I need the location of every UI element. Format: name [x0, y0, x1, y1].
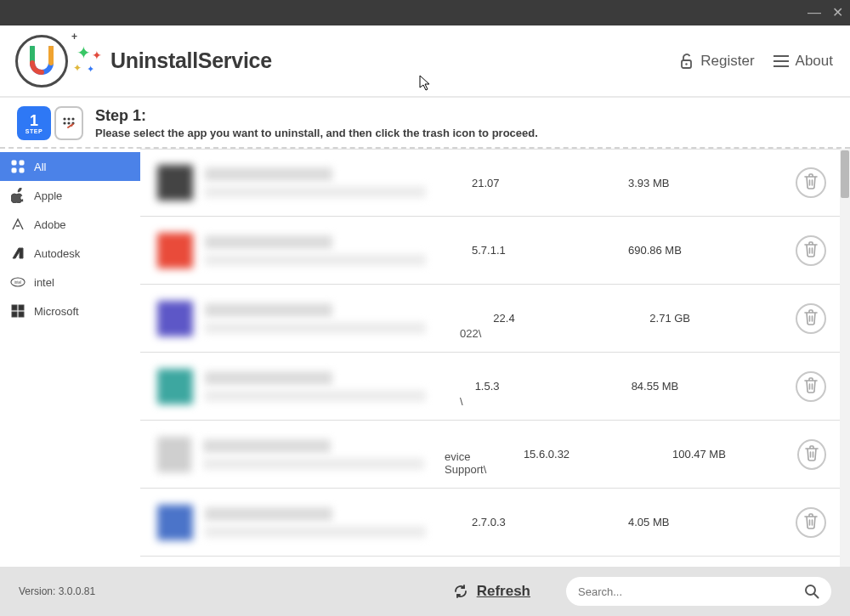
- refresh-label: Refresh: [477, 583, 530, 600]
- app-row[interactable]: 2.7.0.34.05 MB: [140, 489, 850, 557]
- sidebar-item-label: All: [34, 161, 46, 173]
- intel-icon: intel: [10, 274, 26, 290]
- menu-icon: [774, 55, 789, 67]
- svg-rect-9: [20, 161, 24, 165]
- search-box[interactable]: [566, 577, 831, 606]
- sidebar-item-label: intel: [34, 276, 54, 289]
- app-version: 5.7.1.1: [472, 244, 616, 257]
- app-row[interactable]: \1.5.384.55 MB: [140, 353, 850, 421]
- app-path-tail: 022\: [460, 327, 481, 340]
- search-icon: [804, 584, 819, 599]
- version-text: Version: 3.0.0.81: [19, 585, 95, 597]
- svg-point-3: [67, 117, 70, 120]
- search-input[interactable]: [578, 585, 796, 598]
- app-size: 3.93 MB: [628, 177, 747, 189]
- app-version: 22.4: [493, 312, 638, 325]
- app-size: 100.47 MB: [672, 448, 785, 461]
- svg-rect-14: [12, 305, 17, 310]
- svg-rect-8: [12, 161, 16, 165]
- scrollbar-thumb[interactable]: [841, 150, 849, 198]
- trash-icon: [803, 308, 819, 329]
- app-meta: [205, 507, 460, 538]
- app-meta: [205, 371, 460, 402]
- app-row[interactable]: 022\22.42.71 GB: [140, 285, 850, 353]
- sparkle-icon: ✦ ✦ ✦ ✦: [76, 44, 102, 78]
- uninstall-button[interactable]: [796, 235, 826, 266]
- svg-rect-15: [19, 305, 24, 310]
- footer: Version: 3.0.0.81 Refresh: [0, 567, 850, 616]
- app-title: UninstallService: [110, 48, 272, 73]
- sidebar-item-adobe[interactable]: Adobe: [0, 210, 140, 239]
- svg-rect-16: [12, 312, 17, 317]
- register-button[interactable]: Register: [679, 53, 754, 70]
- sidebar-item-apple[interactable]: Apple: [0, 181, 140, 210]
- app-row[interactable]: 5.7.1.1690.86 MB: [140, 217, 850, 285]
- uninstall-button[interactable]: [796, 167, 826, 198]
- step-description: Please select the app you want to uninst…: [95, 127, 538, 139]
- app-meta: [205, 167, 460, 198]
- app-meta: [205, 235, 460, 266]
- app-version: 21.07: [472, 177, 616, 189]
- about-label: About: [796, 53, 833, 70]
- svg-point-6: [67, 122, 70, 124]
- scrollbar[interactable]: [840, 149, 850, 567]
- app-path-tail: \: [460, 395, 463, 408]
- svg-rect-11: [20, 168, 24, 172]
- grid-icon: [10, 159, 26, 174]
- svg-point-2: [63, 117, 65, 120]
- autodesk-icon: [10, 246, 26, 261]
- app-size: 690.86 MB: [628, 244, 747, 257]
- apple-icon: [10, 188, 26, 203]
- svg-point-1: [686, 63, 688, 65]
- sidebar: All Apple Adobe Autodesk: [0, 149, 140, 567]
- trash-icon: [803, 512, 819, 533]
- sidebar-item-label: Autodesk: [34, 247, 80, 260]
- step-title: Step 1:: [95, 107, 538, 125]
- app-size: 84.55 MB: [632, 380, 751, 393]
- uninstall-button[interactable]: [796, 371, 826, 402]
- uninstall-button[interactable]: [796, 303, 826, 334]
- step-alt-icon: [54, 106, 83, 140]
- app-version: 2.7.0.3: [472, 516, 616, 528]
- step-badge-icon: 1 STEP: [17, 106, 51, 140]
- main-body: All Apple Adobe Autodesk: [0, 149, 850, 567]
- app-logo: + ✦ ✦ ✦ ✦ UninstallService: [15, 35, 272, 88]
- about-button[interactable]: About: [774, 53, 833, 70]
- app-thumbnail: [157, 437, 191, 472]
- uninstall-button[interactable]: [796, 507, 826, 538]
- sidebar-item-microsoft[interactable]: Microsoft: [0, 297, 140, 325]
- app-size: 4.05 MB: [628, 516, 747, 528]
- app-row[interactable]: 21.073.93 MB: [140, 149, 850, 217]
- close-button[interactable]: ✕: [832, 6, 843, 20]
- sidebar-item-autodesk[interactable]: Autodesk: [0, 239, 140, 268]
- app-size: 2.71 GB: [649, 312, 768, 325]
- refresh-button[interactable]: Refresh: [453, 583, 530, 600]
- app-thumbnail: [157, 233, 193, 268]
- header: + ✦ ✦ ✦ ✦ UninstallService Register: [0, 25, 850, 98]
- trash-icon: [804, 444, 819, 465]
- adobe-icon: [10, 217, 26, 232]
- svg-text:intel: intel: [14, 280, 21, 285]
- trash-icon: [803, 376, 819, 397]
- sidebar-item-label: Adobe: [34, 218, 66, 231]
- step-bar: 1 STEP Step 1: Please select the app you…: [0, 98, 850, 149]
- uninstall-button[interactable]: [797, 439, 826, 470]
- app-meta: [205, 303, 460, 334]
- sidebar-item-all[interactable]: All: [0, 152, 140, 181]
- app-thumbnail: [157, 505, 193, 540]
- trash-icon: [803, 240, 819, 261]
- svg-rect-17: [19, 312, 24, 317]
- app-list[interactable]: 21.073.93 MB5.7.1.1690.86 MB022\22.42.71…: [140, 149, 850, 567]
- app-meta: [203, 439, 445, 470]
- svg-point-5: [63, 122, 65, 124]
- logo-badge-icon: +: [15, 35, 68, 88]
- sidebar-item-label: Microsoft: [34, 305, 79, 318]
- sidebar-item-intel[interactable]: intel intel: [0, 268, 140, 297]
- app-path-tail: evice Support\: [445, 450, 512, 476]
- app-thumbnail: [157, 369, 193, 404]
- app-row[interactable]: evice Support\15.6.0.32100.47 MB: [140, 421, 850, 489]
- app-version: 1.5.3: [475, 380, 620, 393]
- app-thumbnail: [157, 301, 193, 336]
- svg-rect-10: [12, 168, 16, 172]
- minimize-button[interactable]: —: [808, 6, 820, 20]
